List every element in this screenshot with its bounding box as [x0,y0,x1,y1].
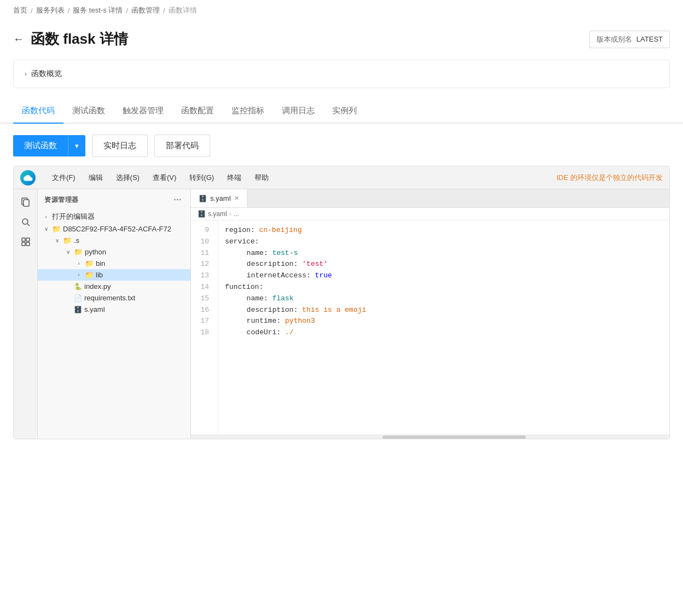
tree-folder-bin[interactable]: › 📁 bin [38,258,190,269]
test-function-button[interactable]: 测试函数 [13,135,68,156]
editor-tabs: 🗄️ s.yaml ✕ [191,189,669,208]
ide-notice: IDE 的环境仅是个独立的代码开发 [557,173,663,183]
ide-body: 资源管理器 ··· › 打开的编辑器 ∨ 📁 D85C2F92-FF3A-4F5… [14,189,669,439]
code-line-13: internetAccess: true [225,270,663,282]
root-folder-name: D85C2F92-FF3A-4F52-ACFA-F72 [63,225,171,233]
ide-menu-help[interactable]: 帮助 [249,171,274,185]
line-numbers: 9 10 11 12 13 14 15 16 17 18 [191,220,218,434]
editor-breadcrumb-file: s.yaml [208,210,227,218]
breadcrumb-sep: › [229,210,231,218]
svg-point-2 [22,219,28,224]
action-bar: 测试函数 ▾ 实时日志 部署代码 [0,135,683,166]
ide-menu-terminal[interactable]: 终端 [222,171,247,185]
chevron-right-icon: › [42,214,50,220]
folder-s-name: .s [74,236,79,245]
ide-menu-file[interactable]: 文件(F) [47,171,81,185]
search-icon[interactable] [17,213,34,231]
file-syaml-name: s.yaml [84,305,105,313]
code-line-15: name: flask [225,293,663,305]
explorer-header: 资源管理器 ··· [38,189,190,210]
file-requirements-name: requirements.txt [84,294,135,302]
code-editor[interactable]: 9 10 11 12 13 14 15 16 17 18 region: cn-… [191,220,669,434]
ide-menu-edit[interactable]: 编辑 [83,171,108,185]
tree-folder-s[interactable]: ∨ 📁 .s [38,235,190,246]
tab-config[interactable]: 函数配置 [172,99,223,124]
svg-line-3 [27,224,30,226]
breadcrumb-function-detail: 函数详情 [169,5,197,15]
tree-file-syaml[interactable]: › 🗄️ s.yaml [38,304,190,315]
tab-code[interactable]: 函数代码 [13,99,63,124]
breadcrumb-function-mgmt[interactable]: 函数管理 [131,5,160,15]
tab-instance[interactable]: 实例列 [323,99,366,124]
code-line-16: description: this is a emoji [225,305,663,316]
tab-trigger[interactable]: 触发器管理 [114,99,172,124]
breadcrumb: 首页 / 服务列表 / 服务 test-s 详情 / 函数管理 / 函数详情 [0,0,683,21]
page-title: 函数 flask 详情 [31,30,128,49]
tab-monitor[interactable]: 监控指标 [223,99,273,124]
svg-rect-1 [24,200,29,206]
back-button[interactable]: ← [13,33,24,45]
editor-breadcrumb-more: ... [234,210,239,218]
code-line-9: region: cn-beijing [225,225,663,236]
ide-menu-view[interactable]: 查看(V) [147,171,182,185]
tab-syaml-label: s.yaml [210,194,231,202]
deploy-code-button[interactable]: 部署代码 [154,135,210,157]
open-editors-label: 打开的编辑器 [52,212,95,222]
chevron-down-icon: ∨ [42,226,50,232]
ide-sidebar-icons [14,189,38,439]
tree-folder-python[interactable]: ∨ 📁 python [38,246,190,258]
test-btn-group: 测试函数 ▾ [13,135,85,156]
extensions-icon[interactable] [17,233,34,251]
file-index-py-name: index.py [84,282,111,290]
explorer-more-btn[interactable]: ··· [171,194,184,206]
yaml-breadcrumb-icon: 🗄️ [198,210,206,218]
tab-close-icon[interactable]: ✕ [234,195,239,202]
breadcrumb-service-list[interactable]: 服务列表 [36,5,65,15]
tree-folder-lib[interactable]: › 📁 lib [38,269,190,281]
python-file-icon: 🐍 [74,283,82,290]
folder-icon: 📁 [74,248,83,256]
text-file-icon: 📄 [74,294,82,302]
tree-root-folder[interactable]: ∨ 📁 D85C2F92-FF3A-4F52-ACFA-F72 [38,223,190,235]
folder-icon: 📁 [63,236,72,245]
yaml-file-icon: 🗄️ [74,306,82,313]
editor-scrollbar[interactable] [191,434,669,439]
tabs-bar: 函数代码 测试函数 触发器管理 函数配置 监控指标 调用日志 实例列 [0,99,683,124]
tree-file-index-py[interactable]: › 🐍 index.py [38,281,190,292]
breadcrumb-home[interactable]: 首页 [13,5,27,15]
yaml-tab-icon: 🗄️ [199,195,207,202]
breadcrumb-service-detail[interactable]: 服务 test-s 详情 [73,5,123,15]
svg-rect-4 [22,238,25,241]
svg-rect-5 [26,238,30,241]
chevron-down-icon: ∨ [64,249,72,255]
overview-card[interactable]: › 函数概览 [13,60,670,88]
folder-icon: 📁 [85,271,94,279]
ide-logo [20,170,36,185]
explorer-title: 资源管理器 [44,195,79,205]
editor-tab-syaml[interactable]: 🗄️ s.yaml ✕ [191,189,247,207]
realtime-log-button[interactable]: 实时日志 [92,135,148,157]
version-selector[interactable]: 版本或别名 LATEST [589,31,670,48]
chevron-right-icon: › [75,272,83,278]
folder-icon: 📁 [52,225,61,233]
tab-log[interactable]: 调用日志 [273,99,323,124]
explorer-icon[interactable] [17,194,34,211]
svg-rect-6 [22,242,25,246]
editor-scrollbar-thumb[interactable] [383,435,526,439]
ide-container: 文件(F) 编辑 选择(S) 查看(V) 转到(G) 终端 帮助 IDE 的环境… [13,166,670,439]
ide-explorer: 资源管理器 ··· › 打开的编辑器 ∨ 📁 D85C2F92-FF3A-4F5… [38,189,191,439]
version-value: LATEST [636,35,663,43]
code-line-18: codeUri: ./ [225,327,663,339]
tree-file-requirements[interactable]: › 📄 requirements.txt [38,292,190,304]
test-function-dropdown[interactable]: ▾ [68,135,85,156]
tree-open-editors[interactable]: › 打开的编辑器 [38,210,190,223]
code-line-14: function: [225,282,663,293]
chevron-right-icon: › [25,70,27,78]
ide-menu-select[interactable]: 选择(S) [111,171,145,185]
ide-menu-goto[interactable]: 转到(G) [184,171,219,185]
folder-lib-name: lib [96,271,103,279]
editor-main: 🗄️ s.yaml ✕ 🗄️ s.yaml › ... 9 10 11 12 [191,189,669,439]
tab-test[interactable]: 测试函数 [63,99,114,124]
code-content[interactable]: region: cn-beijing service: name: test-s… [218,220,669,434]
editor-breadcrumb: 🗄️ s.yaml › ... [191,208,669,220]
